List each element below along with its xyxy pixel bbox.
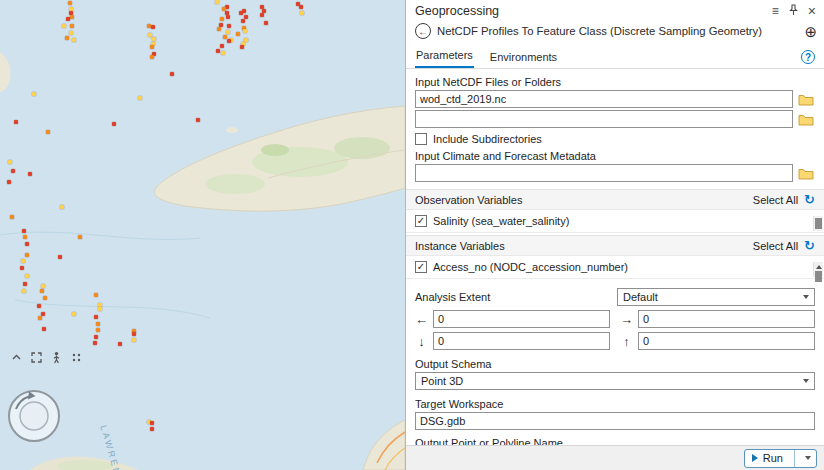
tool-header: ← NetCDF Profiles To Feature Class (Disc… xyxy=(406,20,824,44)
access-no-label: Access_no (NODC_accession_number) xyxy=(433,261,628,273)
tab-parameters[interactable]: Parameters xyxy=(415,46,474,68)
run-separator xyxy=(794,450,795,467)
output-schema-label: Output Schema xyxy=(415,358,815,370)
output-schema-value: Point 3D xyxy=(421,375,463,387)
instance-variables-list: Access_no (NODC_accession_number) xyxy=(406,261,824,279)
close-icon[interactable]: × xyxy=(808,4,816,18)
east-arrow-icon: → xyxy=(620,313,633,326)
run-button[interactable]: Run xyxy=(744,449,817,468)
run-dropdown-caret[interactable] xyxy=(800,450,816,467)
browse-folder-icon[interactable] xyxy=(797,111,815,127)
observation-scrollbar[interactable] xyxy=(813,216,823,231)
observation-variables-list: Salinity (sea_water_salinity) xyxy=(406,215,824,233)
refresh-icon[interactable]: ↻ xyxy=(804,193,815,206)
instance-scrollbar[interactable] xyxy=(813,262,823,277)
salinity-label: Salinity (sea_water_salinity) xyxy=(433,215,569,227)
full-extent-icon[interactable] xyxy=(29,350,43,364)
target-workspace-label: Target Workspace xyxy=(415,398,815,410)
instance-variables-header: Instance Variables Select All ↻ xyxy=(406,235,824,256)
chevron-down-icon xyxy=(803,295,809,299)
select-all-instance[interactable]: Select All xyxy=(753,240,798,252)
access-no-checkbox[interactable] xyxy=(415,261,427,273)
panel-header: Geoprocessing ≡ × xyxy=(406,0,824,20)
tool-title: NetCDF Profiles To Feature Class (Discre… xyxy=(437,25,798,37)
netcdf-file-input-1[interactable] xyxy=(415,90,793,108)
tab-environments[interactable]: Environments xyxy=(489,48,558,68)
app-window: LAWRENCE Geopr xyxy=(0,0,824,470)
tab-bar: Parameters Environments ? xyxy=(406,44,824,69)
extent-south-input[interactable] xyxy=(433,332,610,350)
metadata-label: Input Climate and Forecast Metadata xyxy=(415,150,815,162)
metadata-input[interactable] xyxy=(415,164,793,182)
collapse-icon[interactable] xyxy=(9,350,23,364)
run-play-icon xyxy=(752,454,758,462)
west-arrow-icon: ← xyxy=(415,313,428,326)
target-workspace-input[interactable] xyxy=(415,412,815,430)
help-icon[interactable]: ? xyxy=(801,50,815,64)
include-subdirectories-label: Include Subdirectories xyxy=(433,133,542,145)
north-arrow-icon: ↑ xyxy=(620,335,633,348)
select-all-observation[interactable]: Select All xyxy=(753,194,798,206)
instance-variables-title: Instance Variables xyxy=(415,240,505,252)
drag-dots-icon[interactable] xyxy=(69,350,83,364)
browse-folder-icon[interactable] xyxy=(797,91,815,107)
pin-icon[interactable] xyxy=(788,4,799,18)
include-subdirectories-checkbox[interactable] xyxy=(415,133,427,145)
input-netcdf-label: Input NetCDF Files or Folders xyxy=(415,76,815,88)
netcdf-file-input-2[interactable] xyxy=(415,110,793,128)
back-button[interactable]: ← xyxy=(415,23,431,39)
extent-dropdown-value: Default xyxy=(623,291,658,303)
extent-north-input[interactable] xyxy=(638,332,815,350)
extent-east-input[interactable] xyxy=(638,310,815,328)
analysis-extent-label: Analysis Extent xyxy=(415,291,490,303)
add-icon[interactable]: ⊕ xyxy=(804,24,817,39)
run-label: Run xyxy=(763,452,783,464)
explore-person-icon[interactable] xyxy=(49,350,63,364)
panel-title: Geoprocessing xyxy=(415,4,499,18)
parameters-form: Input NetCDF Files or Folders Include Su… xyxy=(406,69,824,469)
output-schema-dropdown[interactable]: Point 3D xyxy=(415,372,815,390)
salinity-checkbox[interactable] xyxy=(415,215,427,227)
compass-navigator[interactable] xyxy=(6,388,62,444)
extent-west-input[interactable] xyxy=(433,310,610,328)
extent-dropdown[interactable]: Default xyxy=(617,288,815,306)
run-bar: Run xyxy=(406,445,824,470)
map-navigation-controls xyxy=(9,350,83,364)
map-view[interactable]: LAWRENCE xyxy=(0,0,405,470)
chevron-down-icon xyxy=(803,379,809,383)
geoprocessing-panel: Geoprocessing ≡ × ← NetCDF Profiles To F… xyxy=(405,0,824,470)
observation-variables-title: Observation Variables xyxy=(415,194,522,206)
menu-icon[interactable]: ≡ xyxy=(772,5,779,17)
refresh-icon[interactable]: ↻ xyxy=(804,239,815,252)
south-arrow-icon: ↓ xyxy=(415,335,428,348)
observation-variables-header: Observation Variables Select All ↻ xyxy=(406,189,824,210)
browse-folder-icon[interactable] xyxy=(797,165,815,181)
